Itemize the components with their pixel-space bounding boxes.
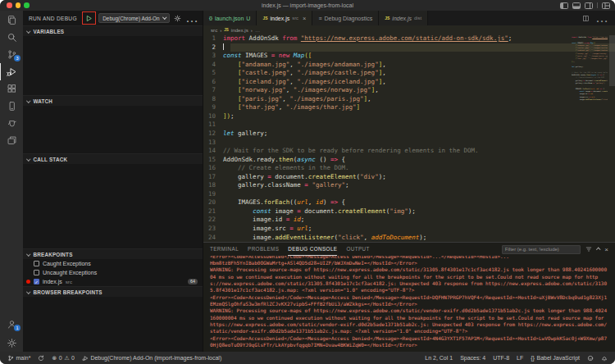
breadcrumb-separator: › [251,27,253,33]
indentation-status[interactable]: Spaces: 4 [460,355,485,361]
error-icon: ⊗ [52,355,57,362]
run-and-debug-icon[interactable] [0,63,23,80]
close-window-button[interactable] [7,2,12,8]
vscode-window: index.js — import-images-from-local 3 1 [0,0,615,364]
browser-breakpoints-section-header[interactable]: BROWSER BREAKPOINTS [23,287,203,297]
eol-status[interactable]: LF [517,355,523,361]
accounts-icon[interactable]: 1 [0,316,23,333]
bottom-panel: TERMINAL PROBLEMS DEBUG CONSOLE OUTPUT ×… [203,242,615,352]
toggle-panel-icon[interactable] [572,2,581,9]
list-icon: ≡ [318,16,321,21]
breakpoints-section-header[interactable]: BREAKPOINTS [23,249,203,259]
filter-options-icon[interactable] [585,246,592,253]
zoom-window-button[interactable] [24,2,30,8]
split-editor-icon[interactable] [582,15,590,22]
source-control-icon[interactable]: 3 [0,46,23,63]
branch-status[interactable]: main* [7,355,30,362]
tab-debug-console[interactable]: DEBUG CONSOLE [288,243,337,256]
close-panel-icon[interactable]: × [604,246,608,253]
window-title: index.js — import-images-from-local [0,2,615,8]
hand-tool-icon[interactable] [0,115,23,132]
browser-windows-icon[interactable] [0,132,23,149]
sidebar-title: RUN AND DEBUG [29,16,77,21]
close-icon[interactable]: × [303,15,306,22]
views-more-actions[interactable]: … [185,11,198,25]
git-status-untracked: U [246,16,250,21]
activity-bar: 3 1 [0,11,23,352]
variables-section: VARIABLES [23,25,203,95]
language-mode-status[interactable]: {} Babel JavaScript [531,355,580,361]
start-debugging-button[interactable] [84,13,94,23]
console-output: <Error><Code>AccessDenied</Code><Message… [203,256,615,352]
tab-debug-diagnostics[interactable]: ≡ Debug Diagnostics [312,11,379,25]
warning-icon: ⚠ [64,355,69,362]
javascript-file-icon: JS [224,28,229,32]
problems-status[interactable]: ⊗ 0 ⚠ 0 [52,355,74,362]
code-lines: 1import AddOnSdk from "https://new.expre… [203,34,615,242]
tab-index-js-src[interactable]: JS index.js src × [257,11,312,25]
json-file-icon: {} [209,16,212,20]
minimize-window-button[interactable] [16,2,21,8]
call-stack-section: CALL STACK [23,153,203,248]
cursor-position-status[interactable]: Ln 2, Col 1 [425,355,453,361]
editor-more-actions[interactable]: … [595,11,608,25]
minimap[interactable]: import AddOnSdk from "https://new.expres… [572,36,608,101]
explorer-icon[interactable] [0,11,23,29]
variables-section-header[interactable]: VARIABLES [23,26,203,36]
settings-gear-icon[interactable] [0,334,23,352]
code-editor[interactable]: 1import AddOnSdk from "https://new.expre… [203,34,615,242]
customize-layout-icon[interactable] [602,2,610,9]
encoding-status[interactable]: UTF-8 [493,355,509,361]
editor-tabs: {} launch.json U JS index.js src × ≡ Deb… [203,11,615,25]
toggle-sidebar-icon[interactable] [560,2,568,9]
checkbox-checked[interactable]: ✓ [34,279,39,284]
breadcrumb-file[interactable]: index.js [231,27,248,33]
breakpoint-line-badge: 64 [188,279,198,284]
checkbox-unchecked[interactable] [34,261,39,266]
panel-tabs: TERMINAL PROBLEMS DEBUG CONSOLE OUTPUT × [203,243,615,256]
tab-launch-json[interactable]: {} launch.json U [203,11,257,25]
watch-section: WATCH [23,95,203,153]
breakpoint-dot-icon [26,280,30,284]
sync-changes-icon[interactable] [38,355,44,362]
status-bar: main* ⊗ 0 ⚠ 0 Debug(Chrome) Add-On (impo… [0,352,615,364]
traffic-lights [0,2,30,8]
maximize-panel-icon[interactable] [596,248,600,253]
browser-breakpoints-section: BROWSER BREAKPOINTS [23,286,203,352]
editor-scrollbar[interactable] [609,35,615,86]
debug-target-status[interactable]: Debug(Chrome) Add-On (import-images-from… [82,355,221,362]
breakpoint-index-js[interactable]: ✓ index.js src 64 [23,277,203,286]
breadcrumb-folder[interactable]: src [211,27,217,33]
breadcrumb-symbol[interactable]: … [255,27,260,33]
device-preview-icon[interactable] [0,98,23,115]
launch-config-dropdown[interactable]: Debug(Chrome) Add-On [98,13,170,23]
breakpoint-uncaught-exceptions[interactable]: Uncaught Exceptions [23,268,203,277]
tab-output[interactable]: OUTPUT [346,243,369,256]
console-filter-input[interactable] [502,245,581,254]
notifications-bell-icon[interactable] [601,355,608,362]
watch-section-header[interactable]: WATCH [23,96,203,106]
chevron-down-icon [162,16,166,20]
open-launch-json-gear-icon[interactable] [174,15,181,22]
run-debug-sidebar: RUN AND DEBUG Debug(Chrome) Add-On … VAR… [23,11,203,352]
breakpoint-caught-exceptions[interactable]: Caught Exceptions [23,259,203,268]
tab-terminal[interactable]: TERMINAL [210,243,239,256]
feedback-icon[interactable] [587,355,594,362]
tab-index-js-dist[interactable]: JS index.js dist [379,11,428,25]
braces-icon: {} [531,355,535,361]
title-bar: index.js — import-images-from-local [0,0,615,11]
breakpoints-section: BREAKPOINTS Caught Exceptions Uncaught E… [23,248,203,286]
tab-problems[interactable]: PROBLEMS [248,243,279,256]
javascript-file-icon: JS [385,16,390,20]
titlebar-separator [597,2,598,8]
scm-badge: 3 [14,55,20,61]
breadcrumb-separator: › [220,27,221,33]
call-stack-section-header[interactable]: CALL STACK [23,154,203,164]
javascript-file-icon: JS [262,16,267,20]
toggle-secondary-sidebar-icon[interactable] [585,2,593,9]
breadcrumb: src › JS index.js › … [203,25,615,34]
extensions-icon[interactable] [0,80,23,98]
accounts-badge: 1 [14,325,20,331]
checkbox-unchecked[interactable] [34,270,39,275]
search-icon[interactable] [0,29,23,46]
